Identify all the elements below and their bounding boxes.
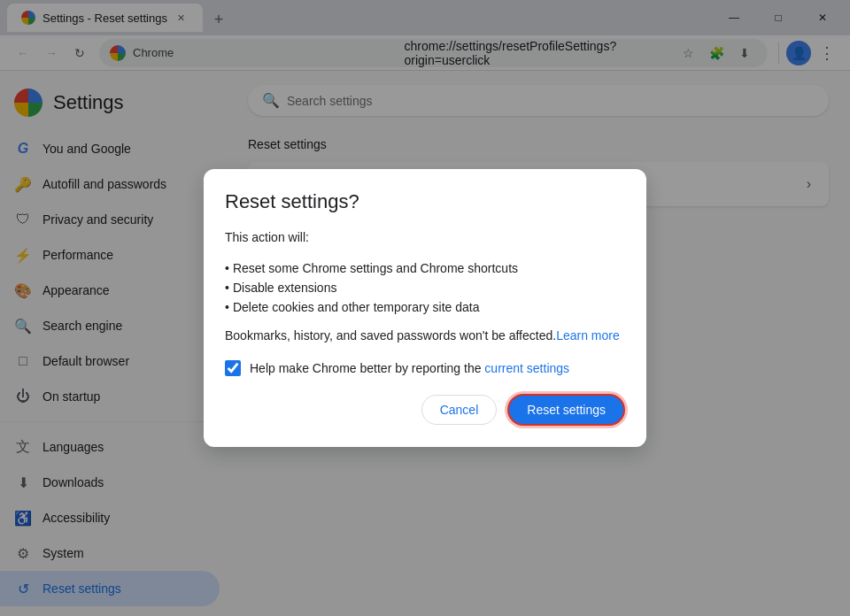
reset-settings-button[interactable]: Reset settings: [507, 394, 625, 426]
dialog-title: Reset settings?: [225, 190, 625, 213]
dialog-bullet-3: • Delete cookies and other temporary sit…: [225, 300, 625, 314]
learn-more-link[interactable]: Learn more: [556, 328, 620, 343]
bullet-dot: •: [225, 300, 229, 314]
bullet-text-2: Disable extensions: [233, 281, 337, 295]
dialog-bullet-list: • Reset some Chrome settings and Chrome …: [225, 261, 625, 314]
bullet-dot: •: [225, 261, 229, 275]
bullet-text-1: Reset some Chrome settings and Chrome sh…: [233, 261, 518, 275]
dialog-bullet-2: • Disable extensions: [225, 281, 625, 295]
dialog-overlay: Reset settings? This action will: • Rese…: [0, 0, 850, 616]
dialog-action-intro: This action will:: [225, 227, 625, 247]
checkbox-label-text: Help make Chrome better by reporting the: [250, 361, 481, 375]
dialog-footer: Cancel Reset settings: [225, 394, 625, 426]
bullet-text-3: Delete cookies and other temporary site …: [233, 300, 480, 314]
report-checkbox[interactable]: [225, 360, 241, 376]
dialog-checkbox-row: Help make Chrome better by reporting the…: [225, 360, 625, 376]
dialog-note: Bookmarks, history, and saved passwords …: [225, 328, 625, 343]
reset-settings-dialog: Reset settings? This action will: • Rese…: [204, 169, 646, 447]
checkbox-label: Help make Chrome better by reporting the…: [250, 361, 569, 375]
dialog-note-text: Bookmarks, history, and saved passwords …: [225, 328, 556, 343]
cancel-button[interactable]: Cancel: [421, 395, 498, 425]
bullet-dot: •: [225, 281, 229, 295]
dialog-bullet-1: • Reset some Chrome settings and Chrome …: [225, 261, 625, 275]
current-settings-link[interactable]: current settings: [484, 361, 569, 375]
